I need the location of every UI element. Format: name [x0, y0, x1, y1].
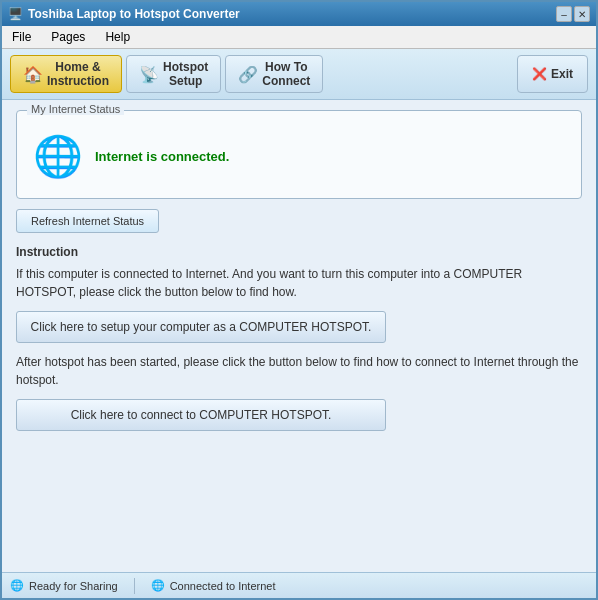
status-bar: 🌐 Ready for Sharing 🌐 Connected to Inter…: [2, 572, 596, 598]
internet-status-box: My Internet Status 🌐 Internet is connect…: [16, 110, 582, 199]
toolbar-home-button[interactable]: 🏠 Home &Instruction: [10, 55, 122, 93]
toolbar: 🏠 Home &Instruction 📡 HotspotSetup 🔗 How…: [2, 49, 596, 100]
status-box-title: My Internet Status: [27, 103, 124, 115]
status-item-internet: 🌐 Connected to Internet: [151, 579, 276, 592]
refresh-internet-status-button[interactable]: Refresh Internet Status: [16, 209, 159, 233]
exit-label: Exit: [551, 67, 573, 81]
toolbar-how-to-connect-button[interactable]: 🔗 How ToConnect: [225, 55, 323, 93]
menu-file[interactable]: File: [6, 28, 37, 46]
connected-status-text: Internet is connected.: [95, 149, 229, 164]
title-bar-controls: – ✕: [556, 6, 590, 22]
toolbar-hotspot-setup-button[interactable]: 📡 HotspotSetup: [126, 55, 221, 93]
exit-icon: ❌: [532, 67, 547, 81]
connect-icon: 🔗: [238, 65, 258, 84]
status-item-sharing: 🌐 Ready for Sharing: [10, 579, 118, 592]
status-divider: [134, 578, 135, 594]
internet-label: Connected to Internet: [170, 580, 276, 592]
internet-icon: 🌐: [151, 579, 165, 592]
menu-help[interactable]: Help: [99, 28, 136, 46]
globe-icon: 🌐: [33, 133, 83, 180]
status-row: 🌐 Internet is connected.: [29, 127, 569, 186]
home-label: Home &Instruction: [47, 60, 109, 88]
hotspot-icon: 📡: [139, 65, 159, 84]
title-bar-left: 🖥️ Toshiba Laptop to Hotspot Converter: [8, 7, 240, 21]
how-to-connect-label: How ToConnect: [262, 60, 310, 88]
home-icon: 🏠: [23, 65, 43, 84]
window-title: Toshiba Laptop to Hotspot Converter: [28, 7, 240, 21]
app-icon: 🖥️: [8, 7, 23, 21]
minimize-button[interactable]: –: [556, 6, 572, 22]
menu-bar: File Pages Help: [2, 26, 596, 49]
sharing-icon: 🌐: [10, 579, 24, 592]
title-bar: 🖥️ Toshiba Laptop to Hotspot Converter –…: [2, 2, 596, 26]
exit-button[interactable]: ❌ Exit: [517, 55, 588, 93]
instruction-title: Instruction: [16, 245, 582, 259]
instruction-paragraph-2: After hotspot has been started, please c…: [16, 353, 582, 389]
connect-hotspot-button[interactable]: Click here to connect to COMPUTER HOTSPO…: [16, 399, 386, 431]
close-button[interactable]: ✕: [574, 6, 590, 22]
setup-hotspot-button[interactable]: Click here to setup your computer as a C…: [16, 311, 386, 343]
content-area: My Internet Status 🌐 Internet is connect…: [2, 100, 596, 572]
sharing-label: Ready for Sharing: [29, 580, 118, 592]
menu-pages[interactable]: Pages: [45, 28, 91, 46]
instruction-paragraph-1: If this computer is connected to Interne…: [16, 265, 582, 301]
hotspot-setup-label: HotspotSetup: [163, 60, 208, 88]
